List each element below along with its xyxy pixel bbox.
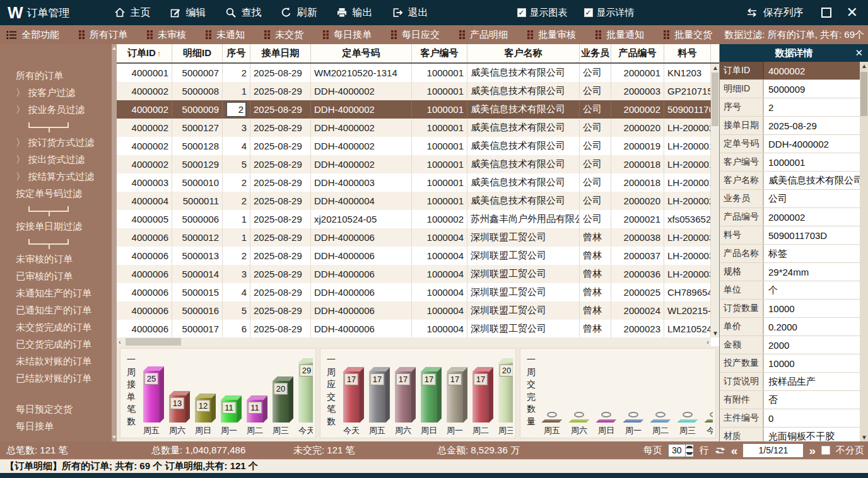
tab-5[interactable]: 每日应交 <box>391 29 440 41</box>
titlebar-checkbox-0[interactable]: ✓显示图表 <box>517 7 568 19</box>
sidebar-item-15[interactable]: 未交货完成的订单 <box>0 318 117 335</box>
column-header-6[interactable]: 客户名称 <box>467 44 580 62</box>
tab-6[interactable]: 产品明细 <box>459 29 508 41</box>
tab-all-functions[interactable]: 全部功能 <box>6 29 59 41</box>
sidebar-item-12[interactable]: 已审核的订单 <box>0 267 117 284</box>
sidebar-item-0[interactable]: 所有的订单 <box>0 67 117 84</box>
sidebar-item-21[interactable]: 每日接单 <box>0 417 117 434</box>
tab-3[interactable]: 未交货 <box>264 29 303 41</box>
checkbox-icon[interactable]: ✓ <box>517 8 526 17</box>
table-row[interactable]: 4000002500012732025-08-29DDH-40000021000… <box>117 119 719 137</box>
menu-button-home[interactable]: 主页 <box>114 6 151 20</box>
detail-row[interactable]: 材质光面铜板不干胶 <box>720 428 860 441</box>
detail-row[interactable]: 订单ID4000002 <box>720 62 860 80</box>
column-header-0[interactable]: 订单ID↑ <box>117 44 172 62</box>
table-row[interactable]: 4000006500001322025-08-29DDH-40000061000… <box>117 247 719 265</box>
sidebar-item-6[interactable]: 〉 按结算方式过滤 <box>0 168 117 185</box>
menu-button-print[interactable]: 输出 <box>336 6 373 20</box>
tab-2[interactable]: 未通知 <box>206 29 245 41</box>
page-indicator-input[interactable]: 1/5/121 <box>743 444 803 457</box>
sidebar-item-11[interactable]: 未审核的订单 <box>0 250 117 267</box>
table-row[interactable]: 4000001500000722025-08-29WM20210520-1314… <box>117 64 719 82</box>
scroll-thumb[interactable] <box>712 73 718 126</box>
menu-button-exit[interactable]: 退出 <box>392 6 428 20</box>
close-button[interactable]: ✕ <box>847 6 858 20</box>
detail-row[interactable]: 单位个 <box>720 281 860 300</box>
column-header-8[interactable]: 产品编号 <box>611 44 664 62</box>
spinner-up-icon[interactable] <box>686 445 693 451</box>
titlebar-checkbox-1[interactable]: ✓显示详情 <box>584 7 635 19</box>
sidebar-item-20[interactable]: 每日预定交货 <box>0 400 117 417</box>
table-row[interactable]: 4000003500001022025-08-29DDH-40000031000… <box>117 173 719 192</box>
next-page-button[interactable]: » <box>809 445 816 457</box>
scroll-thumb[interactable] <box>126 338 181 346</box>
sidebar-item-4[interactable]: 〉 按订货方式过滤 <box>0 134 117 151</box>
per-page-value[interactable]: 30 <box>669 445 685 457</box>
table-row[interactable]: 4000002500012842025-08-29DDH-40000021000… <box>117 137 719 155</box>
table-row[interactable]: 4000006500001542025-08-29DDH-40000061000… <box>117 283 719 301</box>
sidebar-item-14[interactable]: 已通知生产的订单 <box>0 301 117 318</box>
table-row[interactable]: 4000004500001122025-08-29DDH-40000041000… <box>117 192 719 210</box>
detail-row[interactable]: 有附件否 <box>720 391 860 409</box>
table-row[interactable]: 4000002500000812025-08-29DDH-40000021000… <box>117 82 719 100</box>
column-header-7[interactable]: 业务员 <box>580 44 611 62</box>
detail-row[interactable]: 产品名称标签 <box>720 245 860 263</box>
no-paging-checkbox[interactable] <box>821 446 830 455</box>
tab-1[interactable]: 未审核 <box>147 29 186 41</box>
sidebar-item-1[interactable]: 〉 按客户过滤 <box>0 84 117 101</box>
column-header-9[interactable]: 料号 <box>664 44 711 62</box>
sidebar-item-17[interactable]: 未结款对账的订单 <box>0 353 117 370</box>
detail-row[interactable]: 产品编号2000002 <box>720 208 860 226</box>
table-row[interactable]: 4000006500001762025-08-29DDH-40000061000… <box>117 320 719 338</box>
sidebar-item-18[interactable]: 已结款对账的订单 <box>0 370 117 387</box>
detail-row[interactable]: 金额2000 <box>720 336 860 354</box>
detail-row[interactable]: 客户编号1000001 <box>720 153 860 172</box>
menu-button-refresh[interactable]: 刷新 <box>281 6 317 20</box>
menu-button-search[interactable]: 查找 <box>225 6 262 20</box>
detail-row[interactable]: 订货数量10000 <box>720 300 860 318</box>
table-horizontal-scrollbar[interactable]: ‹ › <box>117 337 711 346</box>
sidebar-scrollbar[interactable] <box>112 44 117 441</box>
detail-row[interactable]: 订货说明按样品生产 <box>720 373 860 391</box>
reload-icon[interactable] <box>715 446 725 455</box>
tab-8[interactable]: 批量通知 <box>595 29 644 41</box>
scroll-thumb[interactable] <box>860 72 867 116</box>
detail-row[interactable]: 接单日期2025-08-29 <box>720 117 860 135</box>
table-row[interactable]: 4000002500012952025-08-29DDH-40000021000… <box>117 155 719 173</box>
sidebar-item-5[interactable]: 〉 按出货式过滤 <box>0 151 117 168</box>
detail-row[interactable]: 主件编号0 <box>720 409 860 428</box>
maximize-button[interactable] <box>821 8 831 18</box>
table-row[interactable]: 4000005500000612025-08-29xj20210524-0510… <box>117 210 719 228</box>
column-header-4[interactable]: 定单号码 <box>311 44 412 62</box>
table-row[interactable]: 4000006500001212025-08-29DDH-40000061000… <box>117 228 719 247</box>
cell-editor-input[interactable]: 2 <box>226 102 247 117</box>
column-header-5[interactable]: 客户编号 <box>412 44 467 62</box>
column-header-1[interactable]: 明细ID <box>172 44 223 62</box>
sidebar-item-13[interactable]: 未通知生产的订单 <box>0 284 117 301</box>
column-header-3[interactable]: 接单日期 <box>250 44 311 62</box>
detail-row[interactable]: 规格29*24mm <box>720 263 860 281</box>
detail-row[interactable]: 投产数量10000 <box>720 354 860 373</box>
column-header-2[interactable]: 序号 <box>223 44 250 62</box>
sidebar-item-9[interactable]: 按接单日期过滤 <box>0 218 117 235</box>
detail-row[interactable]: 业务员公司 <box>720 190 860 208</box>
detail-row[interactable]: 料号5090011703D <box>720 226 860 245</box>
table-row[interactable]: 4000002500000922025-08-29DDH-40000021000… <box>117 100 719 119</box>
spinner-buttons[interactable] <box>685 445 693 457</box>
table-row[interactable]: 4000006500001652025-08-29DDH-40000061000… <box>117 301 719 320</box>
detail-row[interactable]: 明细ID5000009 <box>720 80 860 98</box>
prev-page-button[interactable]: « <box>731 445 738 457</box>
menu-button-edit[interactable]: 编辑 <box>170 6 206 20</box>
detail-scrollbar[interactable]: ▲ ▼ <box>860 62 868 441</box>
save-column-order-button[interactable]: 保存列序 <box>746 6 804 20</box>
sidebar-item-16[interactable]: 已交货完成的订单 <box>0 335 117 353</box>
sidebar-item-7[interactable]: 按定单号码过滤 <box>0 185 117 202</box>
tab-9[interactable]: 批量交货 <box>664 29 712 41</box>
sidebar-item-2[interactable]: 〉 按业务员过滤 <box>0 101 117 118</box>
tab-4[interactable]: 每日接单 <box>323 29 372 41</box>
detail-row[interactable]: 客户名称威美信息技术有限公司 <box>720 172 860 190</box>
per-page-spinner[interactable]: 30 <box>668 444 694 457</box>
detail-row[interactable]: 单价0.2000 <box>720 318 860 336</box>
detail-row[interactable]: 序号2 <box>720 98 860 117</box>
checkbox-icon[interactable]: ✓ <box>584 8 593 17</box>
